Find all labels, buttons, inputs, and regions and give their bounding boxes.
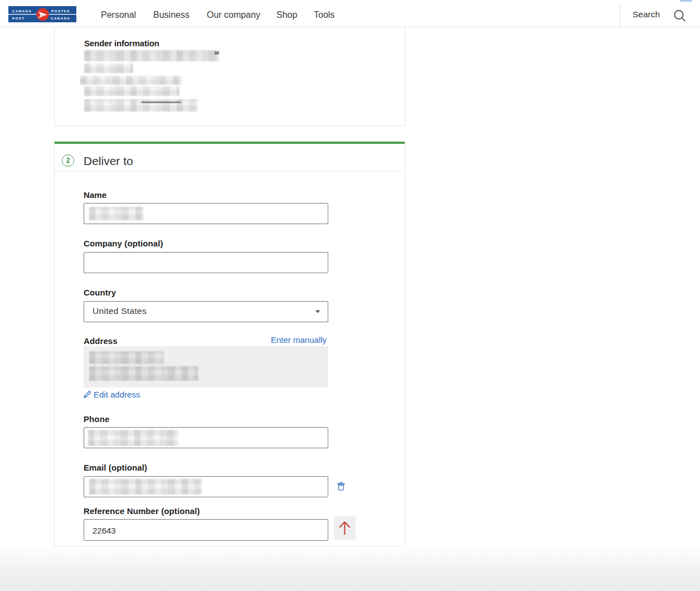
svg-text:CANADA: CANADA — [12, 9, 32, 13]
svg-text:POST: POST — [12, 16, 25, 20]
svg-text:POSTES: POSTES — [51, 9, 70, 13]
svg-text:CANADA: CANADA — [51, 16, 71, 20]
